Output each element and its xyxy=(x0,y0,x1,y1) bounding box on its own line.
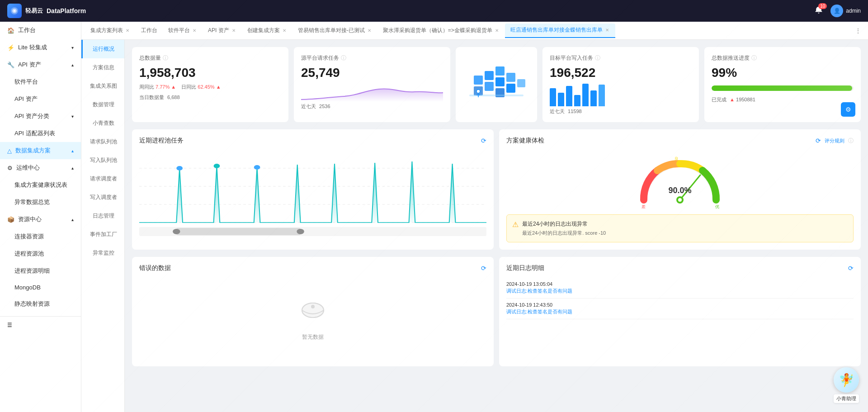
score-rule-link[interactable]: 评分规则 xyxy=(825,137,844,144)
tab-more-button[interactable]: ⋮ xyxy=(852,28,864,34)
error-data-header: 错误的数据 ⟳ xyxy=(139,264,486,272)
metric-total-data-value: 1,958,703 xyxy=(139,66,281,80)
tab-software[interactable]: 软件平台 ✕ xyxy=(163,24,203,38)
sidebar-item-api-category[interactable]: API 资产分类 ▾ xyxy=(0,108,81,125)
sidebar-item-solution-health[interactable]: 集成方案健康状况表 xyxy=(0,176,81,194)
sidebar-item-static-mapping[interactable]: 静态映射资源 xyxy=(0,295,81,313)
assistant-button[interactable]: 🧚 小青助理 xyxy=(834,367,859,403)
svg-rect-4 xyxy=(485,71,494,80)
tab-close-jushuitan[interactable]: ✕ xyxy=(494,27,500,34)
content-nav-request-scheduler[interactable]: 请求调度者 xyxy=(81,170,124,188)
log-item-0: 2024-10-19 13:05:04 调试日志:检查签名是否有问题 xyxy=(506,278,854,298)
svg-rect-11 xyxy=(506,84,515,93)
bar-2 xyxy=(558,93,564,106)
assistant-label: 小青助理 xyxy=(834,394,859,403)
content-nav-request-queue[interactable]: 请求队列池 xyxy=(81,133,124,151)
info-icon-4: ⓘ xyxy=(751,54,757,62)
metric-total-data-sub: 周同比 7.77% ▲ 日同比 62.45% ▲ xyxy=(139,84,281,90)
sidebar-item-workbench[interactable]: 🏠 工作台 xyxy=(0,22,81,39)
tab-close-jichengfangan[interactable]: ✕ xyxy=(125,27,130,34)
content-nav: 运行概况 方案信息 集成关系图 数据管理 小青查数 请求队列池 写入队列池 请求… xyxy=(81,40,125,412)
health-refresh-btn[interactable]: ⟳ xyxy=(816,137,821,144)
content-nav-exception[interactable]: 异常监控 xyxy=(81,244,124,262)
target-write-bar-chart xyxy=(550,84,692,106)
metric-source-requests: 源平台请求任务 ⓘ 25,749 近七天 2536 xyxy=(294,47,450,122)
sidebar-item-abnormal-data[interactable]: 异常数据总览 xyxy=(0,194,81,211)
svg-text:良: 良 xyxy=(675,156,679,161)
tab-wangdiantong[interactable]: 旺店通销售出库单对接金蝶销售出库单 ✕ xyxy=(505,24,615,38)
tab-bar: 集成方案列表 ✕ 工作台 软件平台 ✕ API 资产 ✕ 创建集成方案 ✕ 管易… xyxy=(81,22,868,40)
empty-text: 暂无数据 xyxy=(302,333,324,341)
svg-rect-3 xyxy=(474,76,483,85)
content-nav-event[interactable]: 事件加工厂 xyxy=(81,225,124,244)
content-nav-solution-info[interactable]: 方案信息 xyxy=(81,58,124,77)
sidebar-item-data-solution[interactable]: △ 数据集成方案 ▴ xyxy=(0,142,81,159)
tab-close-software[interactable]: ✕ xyxy=(192,27,197,34)
content-nav-log[interactable]: 日志管理 xyxy=(81,207,124,225)
notification-count: 10 xyxy=(818,3,827,9)
log-desc-0[interactable]: 调试日志:检查签名是否有问题 xyxy=(506,288,854,294)
bar-1 xyxy=(550,88,556,106)
sidebar-item-process-pool[interactable]: 进程资源池 xyxy=(0,245,81,262)
metric-progress-title: 总数据推送进度 ⓘ xyxy=(712,54,854,62)
content-nav-write-queue[interactable]: 写入队列池 xyxy=(81,151,124,170)
recent-logs-refresh[interactable]: ⟳ xyxy=(848,265,854,272)
svg-rect-7 xyxy=(485,82,494,91)
resource-center-arrow-icon: ▴ xyxy=(71,217,74,222)
process-pool-refresh[interactable]: ⟳ xyxy=(481,137,486,144)
sidebar-item-process-detail[interactable]: 进程资源明细 xyxy=(0,262,81,279)
brand-name: 轻易云 xyxy=(25,7,43,15)
content-nav-qingcha[interactable]: 小青查数 xyxy=(81,114,124,133)
recent-logs-header: 近期日志明细 ⟳ xyxy=(506,264,854,272)
log-time-1: 2024-10-19 12:43:50 xyxy=(506,302,854,308)
log-time-0: 2024-10-19 13:05:04 xyxy=(506,281,854,287)
svg-text:90.0%: 90.0% xyxy=(668,186,691,195)
illustration-card xyxy=(456,47,537,122)
lite-arrow-icon: ▾ xyxy=(71,45,74,50)
content-nav-write-scheduler[interactable]: 写入调度者 xyxy=(81,188,124,207)
settings-button[interactable]: ⚙ xyxy=(841,102,855,117)
gauge-svg: 90.0% 差 良 优 xyxy=(635,150,725,209)
sidebar-item-software-platform[interactable]: 软件平台 xyxy=(0,73,81,90)
sidebar-item-ops-center[interactable]: ⚙ 运维中心 ▴ xyxy=(0,159,81,176)
chart-dot-3 xyxy=(254,165,260,170)
workbench-icon: 🏠 xyxy=(7,27,14,34)
svg-text:优: 优 xyxy=(715,204,719,209)
dashboard: 总数据量 ⓘ 1,958,703 周同比 7.77% ▲ 日同比 62.45% … xyxy=(125,40,868,412)
content-nav-data-management[interactable]: 数据管理 xyxy=(81,95,124,114)
metric-target-title: 目标平台写入任务 ⓘ xyxy=(550,54,692,62)
sidebar-item-api-adapter[interactable]: API 适配器列表 xyxy=(0,125,81,142)
info-icon: ⓘ xyxy=(163,54,168,62)
content-nav-overview[interactable]: 运行概况 xyxy=(81,40,124,58)
sidebar-item-connector[interactable]: 连接器资源 xyxy=(0,228,81,245)
sidebar-item-mongodb[interactable]: MongoDB xyxy=(0,279,81,295)
tab-api[interactable]: API 资产 ✕ xyxy=(203,24,242,38)
user-menu[interactable]: 👤 admin xyxy=(830,5,861,17)
tab-guanyi[interactable]: 管易销售出库单对接-已测试 ✕ xyxy=(292,24,377,38)
tab-workbench[interactable]: 工作台 xyxy=(136,24,163,38)
sidebar-item-lite[interactable]: ⚡ Lite 轻集成 ▾ xyxy=(0,39,81,56)
sidebar-item-api-assets[interactable]: 🔧 API 资产 ▴ xyxy=(0,56,81,73)
tab-create-solution[interactable]: 创建集成方案 ✕ xyxy=(242,24,292,38)
tab-close-wangdiantong[interactable]: ✕ xyxy=(604,27,610,33)
notification-bell[interactable]: 10 xyxy=(814,6,823,16)
help-icon[interactable]: ⓘ xyxy=(848,137,854,145)
sidebar-menu-icon[interactable]: ☰ xyxy=(0,316,81,334)
alert-warning-icon: ⚠ xyxy=(512,220,519,229)
tab-close-guanyi[interactable]: ✕ xyxy=(367,27,372,34)
bar-3 xyxy=(566,86,572,106)
sidebar-item-resource-center[interactable]: 📦 资源中心 ▴ xyxy=(0,211,81,228)
sidebar-item-api-resource[interactable]: API 资产 xyxy=(0,90,81,108)
error-data-refresh[interactable]: ⟳ xyxy=(481,265,486,272)
tab-close-create[interactable]: ✕ xyxy=(282,27,287,34)
svg-rect-9 xyxy=(506,73,515,82)
log-desc-1[interactable]: 调试日志:检查签名是否有问题 xyxy=(506,308,854,315)
tab-jichengfangan[interactable]: 集成方案列表 ✕ xyxy=(85,24,136,38)
health-check-panel: 方案健康体检 ⟳ 评分规则 ⓘ xyxy=(499,129,861,250)
tab-jushuitan[interactable]: 聚水潭采购退货单（确认）=>金蝶采购退货单 ✕ xyxy=(377,24,505,38)
content-nav-integration-graph[interactable]: 集成关系图 xyxy=(81,77,124,95)
tab-close-api[interactable]: ✕ xyxy=(231,27,236,34)
health-alert-box: ⚠ 最近24小时的日志出现异常 最近24小时的日志出现异常. score -10 xyxy=(506,214,854,242)
brand-logo[interactable]: 轻易云 DataPlatform xyxy=(7,4,86,18)
topbar-right: 10 👤 admin xyxy=(814,5,861,17)
